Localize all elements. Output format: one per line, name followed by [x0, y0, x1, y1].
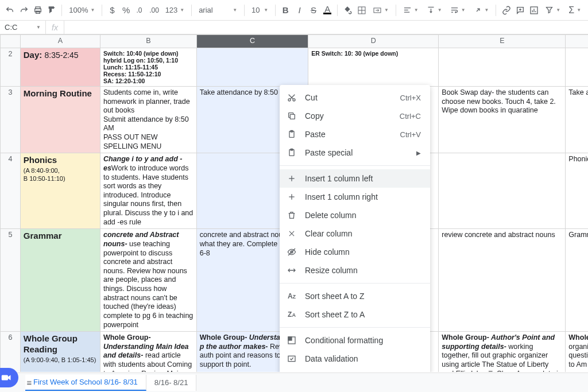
- context-menu-item[interactable]: Cut Ctrl+X: [280, 88, 430, 107]
- context-menu: Cut Ctrl+X Copy Ctrl+C Paste Ctrl+V Past…: [280, 85, 430, 372]
- zoom-select[interactable]: 100%▼: [65, 3, 98, 17]
- cut-icon: [287, 92, 297, 103]
- x-icon: [287, 228, 297, 239]
- cell[interactable]: [439, 153, 566, 229]
- text-rotation-button[interactable]: ▼: [470, 3, 493, 17]
- cell[interactable]: Day: 8:35-2:45: [20, 48, 100, 86]
- valid-icon: [287, 354, 297, 364]
- font-select[interactable]: arial▼: [195, 3, 241, 17]
- paint-format-button[interactable]: [45, 3, 58, 18]
- context-menu-item[interactable]: Clear column: [280, 224, 430, 243]
- sheet-tabs-bar: + ≡ First Week of School 8/16- 8/31 8/16…: [0, 372, 588, 392]
- resize-icon: [287, 265, 297, 275]
- cell[interactable]: Students come in, write homework in plan…: [100, 86, 196, 153]
- context-menu-item[interactable]: Insert 1 column right: [280, 188, 430, 206]
- insert-comment-button[interactable]: [514, 3, 527, 18]
- cell[interactable]: Change i to y and add -esWork to introdu…: [100, 153, 196, 229]
- cell[interactable]: Book Swap day- the students can choose n…: [439, 86, 566, 153]
- cell[interactable]: Morning Routine: [20, 86, 100, 153]
- cell[interactable]: [439, 48, 566, 86]
- svg-point-19: [288, 99, 291, 101]
- bold-button[interactable]: B: [279, 3, 292, 18]
- row-header[interactable]: 6: [1, 332, 21, 372]
- plus-icon: [287, 192, 297, 202]
- context-menu-item[interactable]: Paste Ctrl+V: [280, 125, 430, 143]
- redo-button[interactable]: [17, 3, 30, 18]
- col-header-f[interactable]: F: [566, 35, 588, 48]
- fill-color-button[interactable]: [341, 3, 354, 18]
- text-wrap-button[interactable]: ▼: [447, 3, 469, 17]
- context-menu-item[interactable]: Column stats: [280, 368, 430, 372]
- row-header[interactable]: 4: [1, 153, 21, 229]
- row-header[interactable]: 2: [1, 48, 21, 86]
- row-header[interactable]: 5: [1, 229, 21, 332]
- copy-icon: [287, 111, 297, 121]
- context-menu-item[interactable]: Insert 1 column left: [280, 169, 430, 188]
- v-align-button[interactable]: ▼: [423, 3, 446, 17]
- svg-rect-41: [2, 375, 8, 381]
- cell[interactable]: ER Switch: 10: 30 (wipe down): [308, 48, 439, 86]
- context-menu-item[interactable]: Data validation: [280, 350, 430, 368]
- functions-button[interactable]: Σ▼: [565, 3, 585, 17]
- sortaz-icon: AZ: [287, 291, 297, 301]
- cell[interactable]: Switch: 10:40 (wipe down)hybrid Log on: …: [100, 48, 196, 86]
- undo-button[interactable]: [3, 3, 16, 18]
- all-sheets-button[interactable]: ≡: [22, 375, 37, 390]
- more-formats-select[interactable]: 123▼: [162, 3, 188, 17]
- spreadsheet-grid[interactable]: A B C D E F 2Day: 8:35-2:45Switch: 10:40…: [0, 34, 588, 372]
- text-color-button[interactable]: A: [321, 3, 334, 18]
- cell[interactable]: Phonics asse: [566, 153, 588, 229]
- cell[interactable]: [566, 48, 588, 86]
- insert-chart-button[interactable]: [528, 3, 540, 18]
- dec-decimal-button[interactable]: .0: [134, 3, 146, 18]
- context-menu-item[interactable]: AZ Sort sheet A to Z: [280, 287, 430, 305]
- font-size-select[interactable]: 10▼: [248, 3, 272, 17]
- context-menu-item[interactable]: Conditional formatting: [280, 331, 430, 350]
- cell[interactable]: Whole Group supporting a organizer fro c…: [566, 332, 588, 372]
- context-menu-item[interactable]: Delete column: [280, 206, 430, 224]
- strikethrough-button[interactable]: S: [307, 3, 320, 18]
- name-box[interactable]: C:C▼: [0, 21, 46, 34]
- percent-button[interactable]: %: [120, 3, 133, 18]
- inc-decimal-button[interactable]: .00: [148, 3, 160, 18]
- select-all-cell[interactable]: [1, 35, 21, 48]
- sheet-tab[interactable]: 8/16- 8/21: [146, 375, 197, 391]
- svg-point-20: [293, 99, 295, 101]
- cell[interactable]: Grammar: [20, 229, 100, 332]
- formula-input[interactable]: [64, 21, 588, 34]
- context-menu-item[interactable]: Copy Ctrl+C: [280, 107, 430, 125]
- main-toolbar: 100%▼ $ % .0 .00 123▼ arial▼ 10▼ B I S A…: [0, 0, 588, 21]
- plus-icon: [287, 173, 297, 184]
- context-menu-item[interactable]: Hide column: [280, 243, 430, 261]
- col-header-c[interactable]: C: [196, 35, 308, 48]
- cell[interactable]: Whole Group- Understanding Main Idea and…: [100, 332, 196, 372]
- formula-bar-row: C:C▼ fx: [0, 21, 588, 34]
- currency-button[interactable]: $: [106, 3, 118, 18]
- context-menu-item[interactable]: Paste special ▶: [280, 143, 430, 162]
- fx-icon: fx: [46, 21, 64, 34]
- print-button[interactable]: [32, 3, 44, 18]
- borders-button[interactable]: [355, 3, 368, 18]
- eye-icon: [287, 247, 297, 257]
- h-align-button[interactable]: ▼: [400, 3, 422, 17]
- cell[interactable]: review concrete and abstract nouns: [439, 229, 566, 332]
- cell[interactable]: Phonics(A 8:40-9:00,B 10:50-11:10): [20, 153, 100, 229]
- insert-link-button[interactable]: [500, 3, 512, 18]
- col-header-d[interactable]: D: [308, 35, 439, 48]
- italic-button[interactable]: I: [293, 3, 305, 18]
- cell[interactable]: Take attenda: [566, 86, 588, 153]
- context-menu-item[interactable]: Resize column: [280, 261, 430, 280]
- cell[interactable]: concrete and Abstract nouns- use teachin…: [100, 229, 196, 332]
- col-header-b[interactable]: B: [100, 35, 196, 48]
- sheet-tab-active[interactable]: First Week of School 8/16- 8/31: [25, 375, 146, 391]
- merge-button[interactable]: ▼: [369, 3, 392, 17]
- cell[interactable]: Grammar as: [566, 229, 588, 332]
- col-header-e[interactable]: E: [439, 35, 566, 48]
- context-menu-item[interactable]: ZA Sort sheet Z to A: [280, 305, 430, 324]
- col-header-a[interactable]: A: [20, 35, 100, 48]
- row-header[interactable]: 3: [1, 86, 21, 153]
- cell[interactable]: Whole Group- Author's Point and supporti…: [439, 332, 566, 372]
- filter-button[interactable]: ▼: [541, 3, 564, 17]
- cell[interactable]: [196, 48, 308, 86]
- cell[interactable]: Whole Group Reading(A 9:00-9:40, B 1:05-…: [20, 332, 100, 372]
